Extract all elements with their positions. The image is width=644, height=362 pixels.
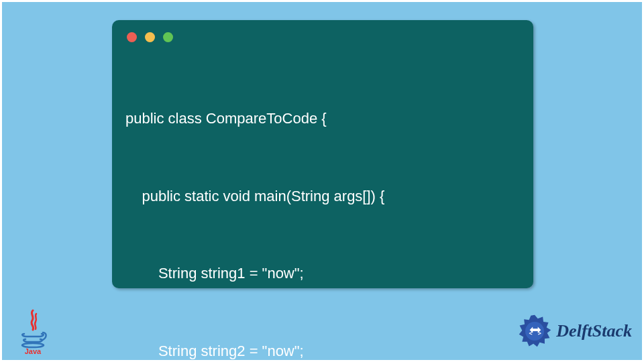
maximize-dot-icon	[163, 32, 173, 42]
delftstack-label: DelftStack	[556, 321, 632, 341]
code-line: public class CompareToCode {	[125, 106, 520, 132]
code-block: public class CompareToCode { public stat…	[125, 54, 520, 362]
delftstack-logo: < > DelftStack	[516, 312, 632, 350]
svg-text:<: <	[529, 330, 533, 337]
svg-text:Java: Java	[25, 347, 42, 355]
code-line: String string2 = "now";	[125, 339, 520, 363]
window-controls	[127, 32, 520, 42]
minimize-dot-icon	[145, 32, 155, 42]
delftstack-gear-icon: < >	[516, 312, 553, 350]
code-line: String string1 = "now";	[125, 261, 520, 287]
code-line: public static void main(String args[]) {	[125, 184, 520, 210]
java-logo-icon: Java	[16, 307, 50, 355]
code-window: public class CompareToCode { public stat…	[112, 20, 533, 288]
svg-text:>: >	[538, 330, 541, 337]
close-dot-icon	[127, 32, 137, 42]
